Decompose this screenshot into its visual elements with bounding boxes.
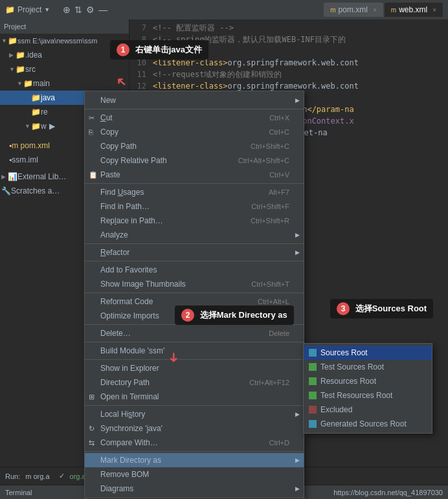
menu-item-refactor[interactable]: Refactor — [85, 245, 304, 260]
sources-root-icon — [309, 349, 317, 357]
title-bar-project[interactable]: 📁 Project ▼ — [5, 5, 50, 14]
menu-label-find-path: Find in Path… — [100, 202, 150, 211]
tree-expand-w: ▶ — [47, 122, 55, 131]
submenu-label-excluded: Excluded — [320, 405, 352, 414]
menu-item-copy-rel-path[interactable]: Copy Relative Path Ctrl+Alt+Shift+C — [85, 153, 304, 168]
menu-sep-8 — [85, 359, 304, 360]
menu-item-remove-bom[interactable]: Remove BOM — [85, 467, 304, 482]
excluded-icon — [309, 406, 317, 414]
sync-icon: ↻ — [89, 425, 98, 433]
project-panel-header: Project — [0, 19, 129, 34]
tree-item-main[interactable]: ▼ 📁 main — [0, 76, 129, 91]
menu-label-delete: Delete… — [100, 329, 131, 338]
menu-item-sync[interactable]: ↻ Synchronize 'java' — [85, 421, 304, 436]
menu-item-show-explorer[interactable]: Show in Explorer — [85, 361, 304, 375]
compare-icon: ⇆ — [89, 439, 98, 447]
tree-item-src[interactable]: ▼ 📁 src — [0, 62, 129, 76]
ext-icon: 📊 — [8, 172, 17, 181]
project-label: Project — [17, 5, 41, 14]
menu-item-build[interactable]: Build Module 'ssm' — [85, 344, 304, 358]
menu-item-find-in-path[interactable]: Find in Path… Ctrl+Shift+F — [85, 199, 304, 214]
tree-label-java: java — [41, 93, 55, 102]
menu-item-compare[interactable]: ⇆ Compare With… Ctrl+D — [85, 436, 304, 450]
tab-pom-label: pom.xml — [339, 5, 368, 14]
tab-web-label: web.xml — [399, 5, 427, 14]
folder-icon: 📁 — [5, 5, 15, 14]
folder-icon-src: 📁 — [16, 65, 25, 74]
tree-label-w: w — [41, 122, 47, 131]
menu-item-mark-dir[interactable]: Mark Directory as — [85, 453, 304, 467]
copy-rel-shortcut: Ctrl+Alt+Shift+C — [238, 157, 298, 164]
menu-item-find-usages[interactable]: Find Usages Alt+F7 — [85, 185, 304, 199]
terminal-icon: ⊞ — [89, 393, 98, 401]
tree-label-external: External Lib… — [17, 172, 66, 181]
callout-1: 1 右键单击java文件 — [110, 40, 208, 60]
menu-label-diagrams: Diagrams — [100, 484, 133, 493]
nav-icon: ⊕ — [63, 5, 71, 15]
project-header-label: Project — [4, 23, 26, 30]
submenu-item-test-resources[interactable]: Test Resources Root — [304, 388, 432, 403]
menu-item-copy[interactable]: ⎘ Copy Ctrl+C — [85, 125, 304, 139]
submenu-item-test-sources[interactable]: Test Sources Root — [304, 360, 432, 374]
menu-item-paste[interactable]: 📋 Paste Ctrl+V — [85, 168, 304, 182]
test-resources-icon — [309, 392, 317, 399]
submenu-item-resources[interactable]: Resources Root — [304, 374, 432, 388]
callout-badge-2: 2 — [181, 309, 194, 322]
cut-shortcut: Ctrl+X — [269, 114, 298, 122]
menu-item-replace-path[interactable]: Replace in Path… Ctrl+Shift+R — [85, 214, 304, 228]
menu-sep-10 — [85, 451, 304, 452]
menu-item-copy-path[interactable]: Copy Path Ctrl+Shift+C — [85, 139, 304, 153]
dir-path-shortcut: Ctrl+Alt+F12 — [249, 379, 298, 386]
find-path-shortcut: Ctrl+Shift+F — [251, 203, 298, 210]
generated-icon — [309, 420, 317, 428]
folder-icon-w: 📁 — [31, 122, 41, 131]
menu-item-dir-path[interactable]: Directory Path Ctrl+Alt+F12 — [85, 375, 304, 390]
submenu-label-sources-root: Sources Root — [320, 348, 368, 357]
tree-label-main: main — [33, 79, 50, 88]
menu-label-optimize: Optimize Imports — [100, 311, 159, 320]
submenu-label-test-resources: Test Resources Root — [320, 391, 392, 400]
menu-item-cut[interactable]: ✂ Cut Ctrl+X — [85, 111, 304, 125]
menu-label-new: New — [100, 96, 116, 105]
menu-item-show-thumbnails[interactable]: Show Image Thumbnails Ctrl+Shift+T — [85, 277, 304, 291]
menu-label-sync: Synchronize 'java' — [100, 424, 162, 433]
dropdown-arrow-icon: ▼ — [44, 6, 50, 13]
tab-pom-xml[interactable]: m pom.xml × — [324, 3, 383, 17]
paste-shortcut: Ctrl+V — [269, 171, 298, 179]
terminal-tab[interactable]: Terminal — [5, 489, 32, 496]
paste-icon: 📋 — [89, 171, 98, 179]
menu-item-delete[interactable]: Delete… Delete — [85, 326, 304, 340]
menu-label-paste: Paste — [100, 170, 120, 179]
menu-item-add-favorites[interactable]: Add to Favorites — [85, 263, 304, 277]
tab-web-xml[interactable]: m web.xml × — [385, 3, 443, 17]
web-icon: m — [391, 6, 396, 14]
tab-web-close-icon[interactable]: × — [432, 6, 436, 14]
menu-label-add-fav: Add to Favorites — [100, 265, 157, 274]
menu-label-dir-path: Directory Path — [100, 378, 150, 387]
context-menu: New ✂ Cut Ctrl+X ⎘ Copy Ctrl+C Copy Path… — [84, 91, 304, 498]
submenu-item-generated[interactable]: Generated Sources Root — [304, 417, 432, 431]
run-item1[interactable]: m org.a — [25, 472, 49, 480]
menu-item-open-terminal[interactable]: ⊞ Open in Terminal — [85, 390, 304, 404]
menu-item-diagrams[interactable]: Diagrams — [85, 482, 304, 496]
menu-item-new[interactable]: New — [85, 93, 304, 107]
menu-label-thumbnails: Show Image Thumbnails — [100, 280, 186, 289]
title-tabs: m pom.xml × m web.xml × — [324, 3, 443, 17]
title-bar: 📁 Project ▼ ⊕ ⇅ ⚙ — m pom.xml × m web.xm… — [0, 0, 448, 19]
menu-label-build: Build Module 'ssm' — [100, 346, 164, 355]
menu-item-local-history[interactable]: Local History — [85, 407, 304, 421]
menu-sep-7 — [85, 342, 304, 342]
menu-label-replace-path: Replace in Path… — [100, 216, 163, 225]
menu-sep-5 — [85, 293, 304, 293]
submenu-item-excluded[interactable]: Excluded — [304, 403, 432, 417]
callout-text-2: 选择Mark Directory as — [200, 310, 287, 320]
submenu-item-sources-root[interactable]: Sources Root — [304, 346, 432, 360]
callout-badge-3: 3 — [337, 302, 350, 315]
expand-arrow-w: ▼ — [25, 123, 31, 129]
menu-label-cut: Cut — [100, 113, 113, 122]
callout-badge-1: 1 — [117, 43, 129, 56]
submenu-label-test-sources: Test Sources Root — [320, 362, 384, 371]
replace-path-shortcut: Ctrl+Shift+R — [251, 217, 298, 225]
menu-item-analyze[interactable]: Analyze — [85, 228, 304, 242]
tab-close-icon[interactable]: × — [373, 6, 377, 14]
